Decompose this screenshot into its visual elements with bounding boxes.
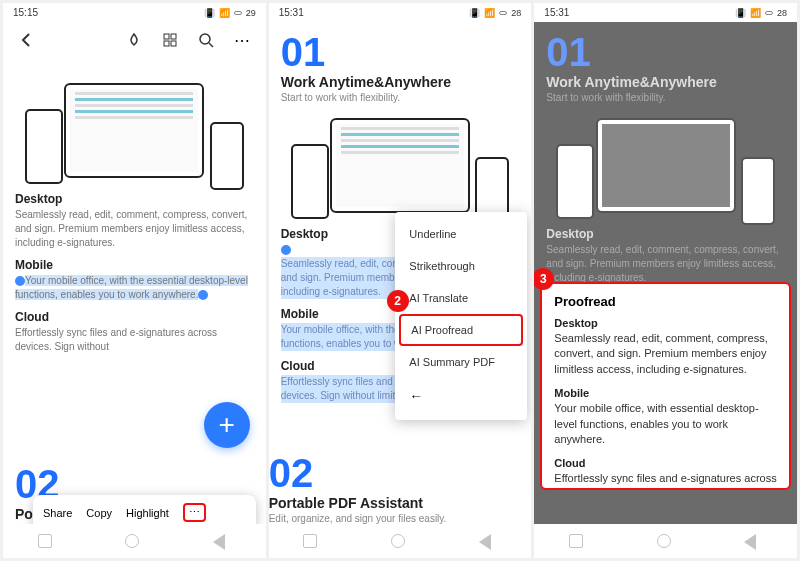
subtitle-02: Edit, organize, and sign your files easi… xyxy=(269,513,532,524)
vibrate-icon: 📳 xyxy=(469,8,480,18)
svg-rect-0 xyxy=(164,34,169,39)
search-icon[interactable] xyxy=(196,30,216,50)
app-toolbar: ⋯ xyxy=(3,22,266,58)
vibrate-icon: 📳 xyxy=(735,8,746,18)
wifi-icon: 📶 xyxy=(484,8,495,18)
selection-handle-start[interactable] xyxy=(15,276,25,286)
status-bar: 15:31 📳 📶 28 xyxy=(534,3,797,22)
menu-back[interactable]: ← xyxy=(395,378,527,414)
proofread-cloud-text: Effortlessly sync files and e-signatures… xyxy=(554,471,777,490)
vibrate-icon: 📳 xyxy=(204,8,215,18)
drop-icon[interactable] xyxy=(124,30,144,50)
nav-back-icon[interactable] xyxy=(479,534,497,552)
step-badge-2: 2 xyxy=(387,290,409,312)
more-button[interactable]: ⋯ xyxy=(183,503,206,522)
nav-home-icon[interactable] xyxy=(657,534,675,552)
proofread-cloud-heading: Cloud xyxy=(554,457,777,469)
menu-ai-summary[interactable]: AI Summary PDF xyxy=(395,346,527,378)
subtitle-01: Start to work with flexibility. xyxy=(281,92,520,103)
battery-pct: 28 xyxy=(511,8,521,18)
svg-rect-1 xyxy=(171,34,176,39)
context-menu: Underline Strikethrough AI Translate AI … xyxy=(395,212,527,420)
status-time: 15:15 xyxy=(13,7,38,18)
system-nav-bar xyxy=(534,524,797,558)
battery-pct: 28 xyxy=(777,8,787,18)
section-mobile-heading: Mobile xyxy=(15,258,254,272)
nav-recent-icon[interactable] xyxy=(38,534,56,552)
status-time: 15:31 xyxy=(544,7,569,18)
nav-recent-icon[interactable] xyxy=(303,534,321,552)
svg-rect-3 xyxy=(171,41,176,46)
section-cloud-heading: Cloud xyxy=(15,310,254,324)
document-content: Desktop Seamlessly read, edit, comment, … xyxy=(3,58,266,524)
section-mobile-text[interactable]: Your mobile office, with the essential d… xyxy=(15,274,254,302)
number-01: 01 xyxy=(281,32,520,72)
menu-underline[interactable]: Underline xyxy=(395,218,527,250)
document-content: 01 Work Anytime&Anywhere Start to work w… xyxy=(269,22,532,524)
nav-home-icon[interactable] xyxy=(391,534,409,552)
share-button[interactable]: Share xyxy=(43,507,72,519)
nav-back-icon[interactable] xyxy=(213,534,231,552)
proofread-mobile-text: Your mobile office, with essential deskt… xyxy=(554,401,777,447)
section-cloud-text: Effortlessly sync files and e-signatures… xyxy=(15,326,254,354)
battery-icon xyxy=(234,11,242,15)
proofread-sheet: Proofread Desktop Seamlessly read, edit,… xyxy=(540,282,791,490)
system-nav-bar xyxy=(269,524,532,558)
selection-handle-start[interactable] xyxy=(281,245,291,255)
nav-recent-icon[interactable] xyxy=(569,534,587,552)
copy-button[interactable]: Copy xyxy=(86,507,112,519)
battery-pct: 29 xyxy=(246,8,256,18)
section-desktop-text: Seamlessly read, edit, comment, compress… xyxy=(15,208,254,250)
section-desktop-heading: Desktop xyxy=(15,192,254,206)
title-02: Portable PDF Assistant xyxy=(269,495,532,511)
status-time: 15:31 xyxy=(279,7,304,18)
menu-ai-translate[interactable]: AI Translate xyxy=(395,282,527,314)
fab-add-button[interactable]: + xyxy=(204,402,250,448)
svg-rect-2 xyxy=(164,41,169,46)
battery-icon xyxy=(499,11,507,15)
nav-back-icon[interactable] xyxy=(744,534,762,552)
status-icons: 📳 📶 29 xyxy=(204,8,256,18)
status-icons: 📳 📶 28 xyxy=(469,8,521,18)
number-02: 02 xyxy=(269,453,532,493)
proofread-desktop-text: Seamlessly read, edit, comment, compress… xyxy=(554,331,777,377)
status-bar: 15:15 📳 📶 29 xyxy=(3,3,266,22)
document-dimmed: 01 Work Anytime&Anywhere Start to work w… xyxy=(534,22,797,295)
status-icons: 📳 📶 28 xyxy=(735,8,787,18)
proofread-mobile-heading: Mobile xyxy=(554,387,777,399)
selection-handle-end[interactable] xyxy=(198,290,208,300)
highlight-button[interactable]: Highlight xyxy=(126,507,169,519)
hero-illustration xyxy=(285,111,516,219)
title-01: Work Anytime&Anywhere xyxy=(281,74,520,90)
text-selection-toolbar: Share Copy Highlight ⋯ xyxy=(33,495,256,524)
battery-icon xyxy=(765,11,773,15)
sheet-title: Proofread xyxy=(554,294,777,309)
menu-strikethrough[interactable]: Strikethrough xyxy=(395,250,527,282)
proofread-desktop-heading: Desktop xyxy=(554,317,777,329)
menu-ai-proofread[interactable]: AI Proofread xyxy=(399,314,523,346)
svg-point-4 xyxy=(200,34,210,44)
nav-home-icon[interactable] xyxy=(125,534,143,552)
wifi-icon: 📶 xyxy=(750,8,761,18)
hero-illustration xyxy=(19,76,250,184)
system-nav-bar xyxy=(3,524,266,558)
status-bar: 15:31 📳 📶 28 xyxy=(269,3,532,22)
more-icon[interactable]: ⋯ xyxy=(232,30,252,50)
grid-icon[interactable] xyxy=(160,30,180,50)
back-icon[interactable] xyxy=(17,30,37,50)
wifi-icon: 📶 xyxy=(219,8,230,18)
